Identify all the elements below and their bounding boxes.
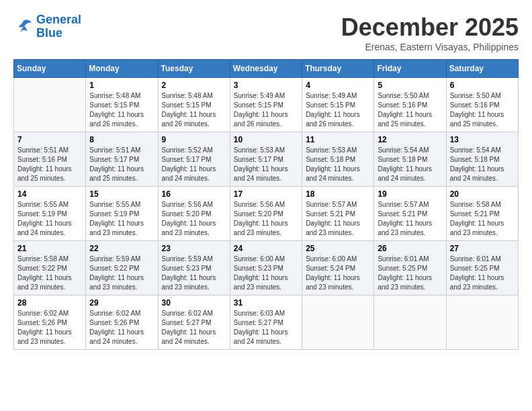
day-number: 13	[450, 135, 515, 144]
logo-icon	[13, 17, 34, 37]
calendar-week-row: 7Sunrise: 5:51 AMSunset: 5:16 PMDaylight…	[14, 132, 519, 187]
logo-line1: General	[36, 13, 81, 26]
calendar-header-monday: Monday	[86, 60, 158, 78]
day-info: Sunrise: 6:02 AMSunset: 5:26 PMDaylight:…	[17, 309, 82, 347]
day-number: 4	[306, 81, 370, 90]
day-info: Sunrise: 5:55 AMSunset: 5:19 PMDaylight:…	[89, 200, 154, 238]
day-number: 9	[162, 135, 226, 144]
day-number: 1	[89, 81, 154, 90]
day-number: 15	[89, 189, 154, 199]
day-info: Sunrise: 5:52 AMSunset: 5:17 PMDaylight:…	[162, 146, 226, 183]
day-info: Sunrise: 6:02 AMSunset: 5:26 PMDaylight:…	[89, 309, 154, 347]
day-info: Sunrise: 5:50 AMSunset: 5:16 PMDaylight:…	[378, 91, 442, 129]
calendar-cell: 20Sunrise: 5:58 AMSunset: 5:21 PMDayligh…	[446, 187, 518, 241]
calendar-header-tuesday: Tuesday	[158, 60, 230, 78]
day-info: Sunrise: 5:57 AMSunset: 5:21 PMDaylight:…	[306, 200, 370, 238]
calendar-cell: 27Sunrise: 6:01 AMSunset: 5:25 PMDayligh…	[446, 241, 518, 295]
day-number: 10	[234, 135, 298, 144]
day-number: 30	[162, 298, 226, 308]
day-info: Sunrise: 6:01 AMSunset: 5:25 PMDaylight:…	[450, 255, 515, 292]
calendar-cell: 15Sunrise: 5:55 AMSunset: 5:19 PMDayligh…	[86, 187, 158, 241]
calendar-cell: 7Sunrise: 5:51 AMSunset: 5:16 PMDaylight…	[14, 132, 86, 187]
day-info: Sunrise: 5:53 AMSunset: 5:18 PMDaylight:…	[306, 146, 370, 183]
calendar-week-row: 14Sunrise: 5:55 AMSunset: 5:19 PMDayligh…	[14, 187, 519, 241]
day-info: Sunrise: 6:01 AMSunset: 5:25 PMDaylight:…	[378, 255, 442, 292]
day-info: Sunrise: 5:54 AMSunset: 5:18 PMDaylight:…	[378, 146, 442, 183]
page-header: General Blue December 2025 Erenas, Easte…	[13, 13, 519, 52]
month-title: December 2025	[341, 13, 519, 42]
calendar-cell: 21Sunrise: 5:58 AMSunset: 5:22 PMDayligh…	[14, 241, 86, 295]
day-number: 8	[89, 135, 154, 144]
calendar-cell: 14Sunrise: 5:55 AMSunset: 5:19 PMDayligh…	[14, 187, 86, 241]
day-number: 23	[162, 244, 226, 253]
day-info: Sunrise: 5:59 AMSunset: 5:22 PMDaylight:…	[89, 255, 154, 292]
day-info: Sunrise: 6:00 AMSunset: 5:24 PMDaylight:…	[306, 255, 370, 292]
day-info: Sunrise: 5:49 AMSunset: 5:15 PMDaylight:…	[306, 91, 370, 129]
day-info: Sunrise: 5:50 AMSunset: 5:16 PMDaylight:…	[450, 91, 515, 129]
day-number: 26	[378, 244, 442, 253]
day-info: Sunrise: 5:49 AMSunset: 5:15 PMDaylight:…	[234, 91, 298, 129]
calendar-cell	[446, 295, 518, 350]
calendar-cell: 25Sunrise: 6:00 AMSunset: 5:24 PMDayligh…	[302, 241, 374, 295]
day-info: Sunrise: 5:56 AMSunset: 5:20 PMDaylight:…	[162, 200, 226, 238]
day-number: 29	[89, 298, 154, 308]
calendar-cell: 9Sunrise: 5:52 AMSunset: 5:17 PMDaylight…	[158, 132, 230, 187]
calendar-header-wednesday: Wednesday	[230, 60, 302, 78]
day-number: 22	[89, 244, 154, 253]
day-number: 31	[234, 298, 298, 308]
day-number: 18	[306, 189, 370, 199]
calendar-cell: 26Sunrise: 6:01 AMSunset: 5:25 PMDayligh…	[374, 241, 446, 295]
calendar-cell: 3Sunrise: 5:49 AMSunset: 5:15 PMDaylight…	[230, 78, 302, 132]
day-info: Sunrise: 6:03 AMSunset: 5:27 PMDaylight:…	[234, 309, 298, 347]
day-number: 27	[450, 244, 515, 253]
calendar-cell: 1Sunrise: 5:48 AMSunset: 5:15 PMDaylight…	[86, 78, 158, 132]
day-number: 3	[234, 81, 298, 90]
day-info: Sunrise: 5:58 AMSunset: 5:22 PMDaylight:…	[17, 255, 82, 292]
calendar-table: SundayMondayTuesdayWednesdayThursdayFrid…	[13, 59, 519, 350]
calendar-cell: 13Sunrise: 5:54 AMSunset: 5:18 PMDayligh…	[446, 132, 518, 187]
title-area: December 2025 Erenas, Eastern Visayas, P…	[341, 13, 519, 52]
calendar-cell: 28Sunrise: 6:02 AMSunset: 5:26 PMDayligh…	[14, 295, 86, 350]
day-info: Sunrise: 5:57 AMSunset: 5:21 PMDaylight:…	[378, 200, 442, 238]
logo: General Blue	[13, 13, 81, 40]
day-number: 20	[450, 189, 515, 199]
day-number: 2	[162, 81, 226, 90]
day-info: Sunrise: 5:53 AMSunset: 5:17 PMDaylight:…	[234, 146, 298, 183]
day-info: Sunrise: 5:48 AMSunset: 5:15 PMDaylight:…	[89, 91, 154, 129]
calendar-cell: 4Sunrise: 5:49 AMSunset: 5:15 PMDaylight…	[302, 78, 374, 132]
day-number: 6	[450, 81, 515, 90]
day-number: 14	[17, 189, 82, 199]
day-number: 12	[378, 135, 442, 144]
day-info: Sunrise: 5:58 AMSunset: 5:21 PMDaylight:…	[450, 200, 515, 238]
logo-text: General Blue	[36, 13, 81, 40]
calendar-cell: 5Sunrise: 5:50 AMSunset: 5:16 PMDaylight…	[374, 78, 446, 132]
calendar-cell: 10Sunrise: 5:53 AMSunset: 5:17 PMDayligh…	[230, 132, 302, 187]
calendar-cell: 30Sunrise: 6:02 AMSunset: 5:27 PMDayligh…	[158, 295, 230, 350]
calendar-cell: 31Sunrise: 6:03 AMSunset: 5:27 PMDayligh…	[230, 295, 302, 350]
day-info: Sunrise: 5:51 AMSunset: 5:17 PMDaylight:…	[89, 146, 154, 183]
calendar-cell: 22Sunrise: 5:59 AMSunset: 5:22 PMDayligh…	[86, 241, 158, 295]
calendar-header-sunday: Sunday	[14, 60, 86, 78]
calendar-cell: 24Sunrise: 6:00 AMSunset: 5:23 PMDayligh…	[230, 241, 302, 295]
day-info: Sunrise: 5:54 AMSunset: 5:18 PMDaylight:…	[450, 146, 515, 183]
location: Erenas, Eastern Visayas, Philippines	[341, 42, 519, 52]
calendar-header-row: SundayMondayTuesdayWednesdayThursdayFrid…	[14, 60, 519, 78]
day-info: Sunrise: 6:02 AMSunset: 5:27 PMDaylight:…	[162, 309, 226, 347]
calendar-cell: 17Sunrise: 5:56 AMSunset: 5:20 PMDayligh…	[230, 187, 302, 241]
calendar-header-saturday: Saturday	[446, 60, 518, 78]
day-number: 28	[17, 298, 82, 308]
day-info: Sunrise: 5:59 AMSunset: 5:23 PMDaylight:…	[162, 255, 226, 292]
calendar-cell: 12Sunrise: 5:54 AMSunset: 5:18 PMDayligh…	[374, 132, 446, 187]
calendar-week-row: 1Sunrise: 5:48 AMSunset: 5:15 PMDaylight…	[14, 78, 519, 132]
logo-line2: Blue	[36, 26, 62, 40]
day-info: Sunrise: 5:56 AMSunset: 5:20 PMDaylight:…	[234, 200, 298, 238]
day-info: Sunrise: 6:00 AMSunset: 5:23 PMDaylight:…	[234, 255, 298, 292]
calendar-cell: 29Sunrise: 6:02 AMSunset: 5:26 PMDayligh…	[86, 295, 158, 350]
day-info: Sunrise: 5:51 AMSunset: 5:16 PMDaylight:…	[17, 146, 82, 183]
day-number: 25	[306, 244, 370, 253]
calendar-cell: 18Sunrise: 5:57 AMSunset: 5:21 PMDayligh…	[302, 187, 374, 241]
calendar-cell: 23Sunrise: 5:59 AMSunset: 5:23 PMDayligh…	[158, 241, 230, 295]
day-number: 21	[17, 244, 82, 253]
day-number: 19	[378, 189, 442, 199]
calendar-cell	[14, 78, 86, 132]
